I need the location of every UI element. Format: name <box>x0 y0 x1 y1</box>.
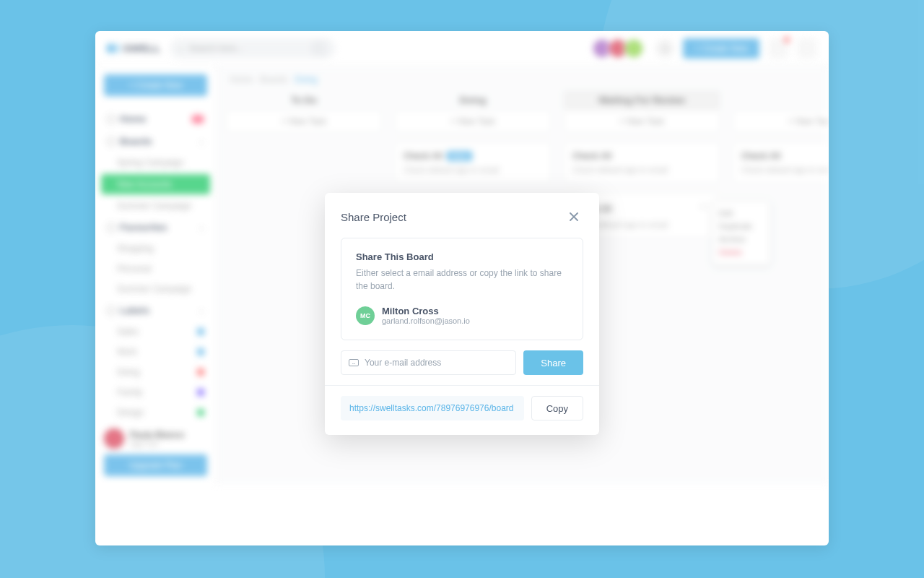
share-link[interactable]: https://swelltasks.com/78976976976/board <box>341 396 524 420</box>
divider <box>325 385 599 386</box>
mail-icon <box>349 359 359 366</box>
info-title: Share This Board <box>356 251 568 262</box>
email-input[interactable]: Your e-mail address <box>341 350 516 375</box>
close-button[interactable] <box>565 207 583 226</box>
user-avatar-badge: MC <box>356 306 375 325</box>
share-info-box: Share This Board Either select a email a… <box>341 238 583 340</box>
modal-title: Share Project <box>341 211 406 223</box>
info-description: Either select a email address or copy th… <box>356 267 568 293</box>
share-button[interactable]: Share <box>523 350 583 375</box>
copy-button[interactable]: Copy <box>531 396 583 420</box>
share-project-modal: Share Project Share This Board Either se… <box>325 193 599 435</box>
user-email: garland.rolfson@jason.io <box>382 316 470 325</box>
modal-overlay: Share Project Share This Board Either se… <box>95 31 829 545</box>
email-placeholder: Your e-mail address <box>365 358 441 368</box>
shared-user[interactable]: MC Milton Cross garland.rolfson@jason.io <box>356 306 568 325</box>
close-icon <box>570 212 578 221</box>
user-name: Milton Cross <box>382 306 470 316</box>
